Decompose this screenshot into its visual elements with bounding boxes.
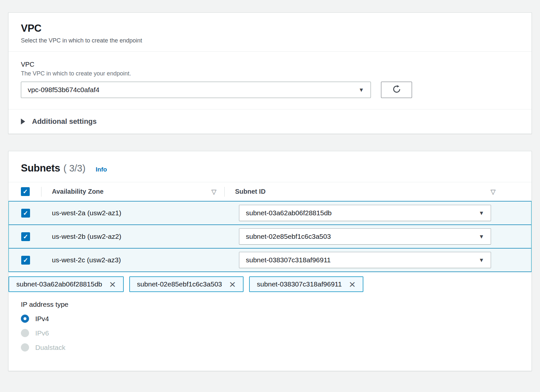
row-checkbox[interactable]: ✓ (21, 256, 30, 265)
vpc-select-value: vpc-098f53b674c0afaf4 (28, 86, 100, 94)
ip-address-type-label: IP address type (21, 301, 519, 308)
chevron-down-icon: ▼ (358, 87, 364, 93)
radio-label: Dualstack (35, 344, 65, 351)
dismiss-icon[interactable]: × (229, 279, 236, 290)
vpc-panel-header: VPC Select the VPC in which to create th… (8, 13, 532, 51)
subnets-title: Subnets (21, 162, 60, 174)
subnet-token: subnet-03a62ab06f28815db × (8, 276, 124, 292)
vpc-select[interactable]: vpc-098f53b674c0afaf4 ▼ (21, 82, 371, 98)
chevron-down-icon: ▼ (479, 257, 484, 263)
subnet-id-value: subnet-038307c318af96911 (246, 256, 331, 264)
vpc-panel-subtitle: Select the VPC in which to create the en… (21, 37, 519, 44)
radio-disabled-icon (21, 329, 29, 337)
vpc-panel-title: VPC (21, 23, 519, 34)
radio-disabled-icon (21, 343, 29, 351)
vpc-field-description: The VPC in which to create your endpoint… (21, 70, 519, 77)
row-checkbox[interactable]: ✓ (21, 209, 30, 218)
vpc-field-label: VPC (21, 61, 519, 68)
refresh-icon (392, 85, 401, 95)
subnets-table-header: ✓ Availability Zone ▽ Subnet ID ▽ (8, 182, 532, 201)
chevron-down-icon: ▼ (479, 210, 484, 216)
select-all-checkbox[interactable]: ✓ (21, 187, 30, 196)
subnet-token-label: subnet-038307c318af96911 (257, 280, 342, 288)
subnet-token: subnet-02e85ebf1c6c3a503 × (129, 276, 244, 292)
radio-option-dualstack: Dualstack (21, 343, 519, 351)
check-icon: ✓ (23, 256, 28, 264)
dismiss-icon[interactable]: × (349, 279, 356, 290)
column-header-subnet-id: Subnet ID (235, 188, 265, 195)
sort-icon[interactable]: ▽ (212, 188, 216, 196)
check-icon: ✓ (23, 233, 28, 240)
radio-option-ipv6: IPv6 (21, 329, 519, 337)
radio-option-ipv4[interactable]: IPv4 (21, 315, 519, 323)
refresh-button[interactable] (381, 82, 412, 98)
subnet-token-label: subnet-03a62ab06f28815db (16, 280, 102, 288)
vpc-panel: VPC Select the VPC in which to create th… (8, 12, 532, 134)
subnet-id-value: subnet-02e85ebf1c6c3a503 (246, 233, 331, 240)
check-icon: ✓ (23, 209, 28, 217)
table-row: ✓ us-west-2b (usw2-az2) subnet-02e85ebf1… (9, 224, 531, 248)
subnet-id-select[interactable]: subnet-038307c318af96911 ▼ (239, 252, 491, 268)
radio-label: IPv4 (35, 315, 49, 323)
availability-zone-cell: us-west-2b (usw2-az2) (41, 233, 239, 240)
subnets-panel: Subnets ( 3/3) Info ✓ Availability Zone … (8, 151, 532, 371)
chevron-down-icon: ▼ (479, 234, 484, 239)
subnets-count: ( 3/3) (63, 163, 86, 174)
dismiss-icon[interactable]: × (109, 279, 116, 290)
additional-settings-expander[interactable]: Additional settings (8, 109, 532, 134)
subnet-id-select[interactable]: subnet-03a62ab06f28815db ▼ (239, 205, 491, 221)
info-link[interactable]: Info (96, 166, 107, 173)
subnet-token: subnet-038307c318af96911 × (249, 276, 363, 292)
availability-zone-cell: us-west-2a (usw2-az1) (41, 209, 239, 217)
radio-selected-icon[interactable] (21, 315, 29, 323)
subnet-token-label: subnet-02e85ebf1c6c3a503 (137, 280, 222, 288)
expander-triangle-icon (21, 119, 25, 124)
check-icon: ✓ (23, 188, 28, 195)
additional-settings-label: Additional settings (32, 117, 97, 126)
table-row: ✓ us-west-2a (usw2-az1) subnet-03a62ab06… (9, 201, 531, 224)
row-checkbox[interactable]: ✓ (21, 232, 30, 241)
subnet-id-value: subnet-03a62ab06f28815db (246, 209, 332, 217)
subnet-id-select[interactable]: subnet-02e85ebf1c6c3a503 ▼ (239, 228, 491, 245)
table-row: ✓ us-west-2c (usw2-az3) subnet-038307c31… (9, 248, 531, 271)
radio-label: IPv6 (35, 329, 49, 337)
sort-icon[interactable]: ▽ (491, 188, 496, 196)
availability-zone-cell: us-west-2c (usw2-az3) (41, 256, 239, 264)
column-header-availability-zone: Availability Zone (52, 188, 103, 195)
